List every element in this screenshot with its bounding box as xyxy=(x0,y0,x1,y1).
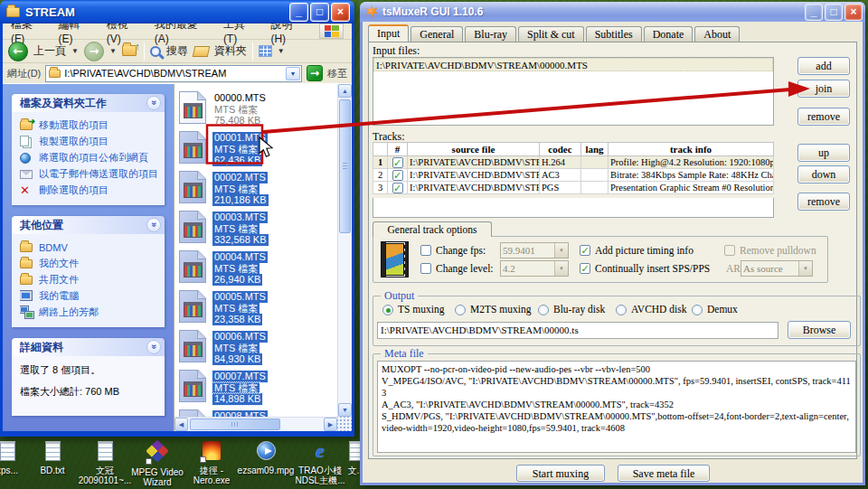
place-my-computer[interactable]: 我的電腦 xyxy=(20,289,160,303)
avchd-disk-label[interactable]: AVCHD disk xyxy=(631,304,686,315)
up-folder-icon[interactable] xyxy=(122,45,138,58)
track-remove-button[interactable]: remove xyxy=(797,193,850,211)
track-row[interactable]: 3 ✓ I:\PRIVATE\AVCHD\BDMV\STREA··· PGS P… xyxy=(373,182,774,194)
back-dropdown-icon[interactable]: ▼ xyxy=(71,47,79,55)
vertical-scrollbar[interactable]: ▲ ▼ xyxy=(337,84,352,417)
track-row[interactable]: 1 ✓ I:\PRIVATE\AVCHD\BDMV\STREA··· H.264… xyxy=(373,156,774,169)
join-button[interactable]: join xyxy=(797,80,850,98)
file-tile[interactable]: 00004.MTSMTS 檔案26,940 KB xyxy=(179,250,268,286)
file-tile[interactable]: 00003.MTSMTS 檔案332,568 KB xyxy=(179,211,269,246)
desktop-icon-mpg[interactable]: ezsam09.mpg xyxy=(237,441,295,475)
tsmuxer-titlebar[interactable]: tsMuxeR GUI 1.10.6 _ □ × xyxy=(360,2,865,22)
explorer-titlebar[interactable]: STREAM _ □ × xyxy=(0,0,354,24)
insert-sps-pps-checkbox[interactable]: ✓ xyxy=(580,263,590,274)
general-track-options-tab[interactable]: General track options xyxy=(373,221,492,237)
track-enabled-checkbox[interactable]: ✓ xyxy=(392,170,403,181)
tab-general[interactable]: General xyxy=(410,26,463,42)
resize-grip[interactable] xyxy=(337,417,352,431)
file-tile[interactable]: 00000.MTSMTS 檔案75,408 KB xyxy=(179,91,268,127)
tab-donate[interactable]: Donate xyxy=(644,26,693,42)
address-dropdown-icon[interactable]: ▼ xyxy=(286,67,300,80)
folders-icon[interactable] xyxy=(193,46,211,57)
task-publish-item[interactable]: 將選取的項目公佈到網頁 xyxy=(20,151,160,165)
m2ts-muxing-label[interactable]: M2TS muxing xyxy=(470,304,531,315)
start-muxing-button[interactable]: Start muxing xyxy=(516,465,605,482)
aspect-ratio-dropdown[interactable]: As source▼ xyxy=(741,260,813,277)
tab-input[interactable]: Input xyxy=(368,24,409,42)
file-tile-highlighted[interactable]: 00001.MTSMTS 檔案62,436 KB xyxy=(179,131,268,166)
input-files-list[interactable]: I:\PRIVATE\AVCHD\BDMV\STREAM\00000.MTS xyxy=(373,57,774,126)
place-bdmv[interactable]: BDMV xyxy=(20,240,160,254)
add-button[interactable]: add xyxy=(797,57,850,75)
place-my-documents[interactable]: 我的文件 xyxy=(20,257,160,270)
output-path-input[interactable]: I:\PRIVATE\AVCHD\BDMV\STREAM\00000.ts xyxy=(377,322,778,339)
collapse-chevron-icon[interactable] xyxy=(146,340,161,354)
file-tasks-header[interactable]: 檔案及資料夾工作 xyxy=(12,94,165,112)
change-level-checkbox[interactable]: ✓ xyxy=(420,263,431,274)
back-icon[interactable]: ← xyxy=(8,42,28,61)
address-input[interactable]: I:\PRIVATE\AVCHD\BDMV\STREAM ▼ xyxy=(45,65,302,82)
file-tile[interactable]: 00006.MTSMTS 檔案84,930 KB xyxy=(179,330,268,365)
maximize-button[interactable]: □ xyxy=(310,3,329,22)
collapse-chevron-icon[interactable] xyxy=(146,218,161,232)
file-tile[interactable]: 00005.MTSMTS 檔案23,358 KB xyxy=(179,290,268,325)
file-tile-focused[interactable]: 00007.MTSMTS 檔案14,898 KB xyxy=(179,370,268,405)
desktop-icon-nero[interactable]: 捷徑 -Nero.exe xyxy=(183,441,241,485)
details-header[interactable]: 詳細資料 xyxy=(12,338,165,356)
desktop-icon-bd-txt[interactable]: BD.txt xyxy=(24,441,81,475)
forward-dropdown-icon[interactable]: ▼ xyxy=(109,47,117,55)
add-picture-timing-checkbox[interactable]: ✓ xyxy=(580,245,590,256)
save-meta-file-button[interactable]: Save meta file xyxy=(618,465,710,482)
horizontal-scroll-thumb[interactable] xyxy=(190,418,280,430)
close-button[interactable]: × xyxy=(844,4,863,21)
m2ts-muxing-radio[interactable] xyxy=(455,305,466,315)
vertical-scroll-thumb[interactable] xyxy=(339,99,351,233)
tab-bluray[interactable]: Blu-ray xyxy=(465,26,516,42)
go-button-label[interactable]: 移至 xyxy=(327,67,347,80)
desktop-icon-mpeg-wizard[interactable]: MPEG VideoWizard xyxy=(128,441,186,487)
horizontal-scrollbar[interactable]: ◀ ▶ xyxy=(175,417,337,431)
avchd-disk-radio[interactable] xyxy=(616,305,627,315)
close-button[interactable]: × xyxy=(331,3,350,22)
maximize-button[interactable]: □ xyxy=(825,4,843,21)
scroll-left-icon[interactable]: ◀ xyxy=(175,418,188,431)
file-tile-partial[interactable]: 00008.MTS xyxy=(179,409,268,417)
scroll-up-icon[interactable]: ▲ xyxy=(338,84,352,98)
track-down-button[interactable]: down xyxy=(797,165,850,183)
tab-split-cut[interactable]: Split & cut xyxy=(518,26,584,42)
meta-file-textarea[interactable]: MUXOPT --no-pcr-on-video-pid --new-audio… xyxy=(377,361,856,453)
task-email-item[interactable]: 以電子郵件傳送選取的項目 xyxy=(20,167,160,181)
folders-button-label[interactable]: 資料夾 xyxy=(214,43,247,59)
search-button-label[interactable]: 搜尋 xyxy=(166,43,188,59)
tab-subtitles[interactable]: Subtitles xyxy=(586,26,642,42)
file-tile[interactable]: 00002.MTSMTS 檔案210,186 KB xyxy=(179,171,269,206)
track-row[interactable]: 2 ✓ I:\PRIVATE\AVCHD\BDMV\STREA··· AC3 B… xyxy=(373,169,774,182)
level-dropdown[interactable]: 4.2▼ xyxy=(500,260,569,277)
input-file-item[interactable]: I:\PRIVATE\AVCHD\BDMV\STREAM\00000.MTS xyxy=(373,58,773,71)
bluray-disk-radio[interactable] xyxy=(538,305,549,315)
scroll-right-icon[interactable]: ▶ xyxy=(324,418,337,431)
back-button-label[interactable]: 上一頁 xyxy=(33,43,66,59)
demux-radio[interactable] xyxy=(692,305,703,315)
track-enabled-checkbox[interactable]: ✓ xyxy=(392,157,403,168)
browse-button[interactable]: Browse xyxy=(788,321,851,339)
fps-dropdown[interactable]: 59.9401▼ xyxy=(500,242,569,259)
tab-about[interactable]: About xyxy=(694,26,740,42)
scroll-down-icon[interactable]: ▼ xyxy=(338,403,352,417)
place-shared-documents[interactable]: 共用文件 xyxy=(20,273,160,287)
go-icon[interactable]: → xyxy=(307,65,323,81)
views-icon[interactable] xyxy=(259,45,272,57)
desktop-icon-doc[interactable]: 文冠20090101~... xyxy=(76,441,134,485)
minimize-button[interactable]: _ xyxy=(805,4,823,21)
track-up-button[interactable]: up xyxy=(797,144,850,162)
change-fps-checkbox[interactable]: ✓ xyxy=(420,245,431,256)
task-move-item[interactable]: ➜移動選取的項目 xyxy=(20,118,160,132)
views-dropdown-icon[interactable]: ▼ xyxy=(278,47,285,55)
other-places-header[interactable]: 其他位置 xyxy=(12,216,165,234)
minimize-button[interactable]: _ xyxy=(289,3,308,22)
task-copy-item[interactable]: 複製選取的項目 xyxy=(20,135,160,148)
ts-muxing-radio[interactable] xyxy=(382,305,393,315)
demux-label[interactable]: Demux xyxy=(707,304,738,315)
collapse-chevron-icon[interactable] xyxy=(146,96,161,110)
track-enabled-checkbox[interactable]: ✓ xyxy=(392,183,403,193)
